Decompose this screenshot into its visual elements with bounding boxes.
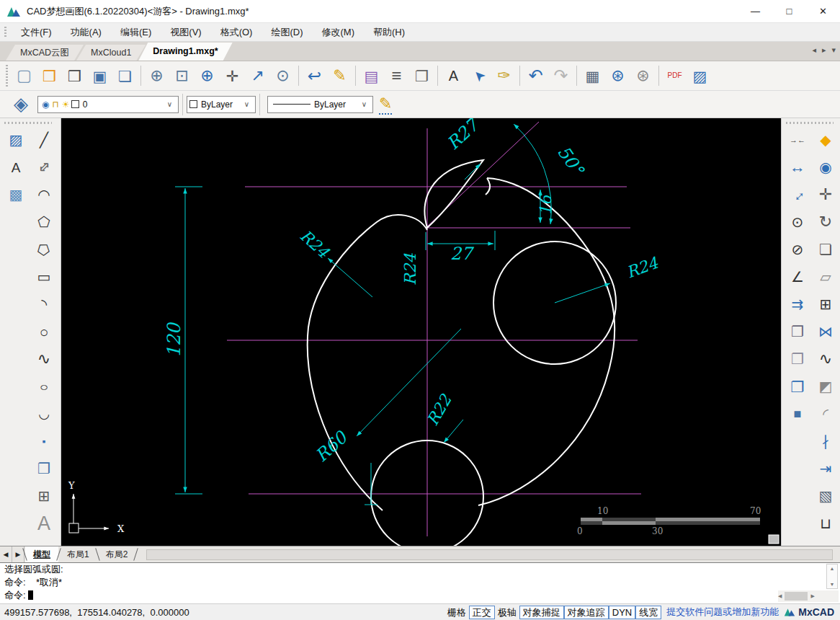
zoom-center-icon[interactable]: ⊙ xyxy=(270,63,295,89)
ucs-axes-icon[interactable]: ↗ xyxy=(245,63,270,89)
arc-3point-icon[interactable]: ◝ xyxy=(32,292,56,316)
scroll-down-icon[interactable]: ▼ xyxy=(830,582,835,587)
save-icon[interactable]: ▣ xyxy=(87,63,112,89)
minimize-button[interactable]: — xyxy=(738,0,772,23)
select-cursor-icon[interactable]: ➤ xyxy=(466,63,491,89)
dim-edit-icon[interactable]: →← xyxy=(785,128,810,152)
dimension-labels[interactable]: R27 50° 16 27 R24 R24 R24 120 R22 R60 xyxy=(164,118,661,466)
sheet-tab-layout2[interactable]: 布局2 xyxy=(98,546,136,562)
circle-icon[interactable]: ○ xyxy=(32,319,56,344)
export-image-icon[interactable]: ▨ xyxy=(687,63,712,89)
sheet-tab-model[interactable]: 模型 xyxy=(25,546,58,562)
menu-help[interactable]: 帮助(H) xyxy=(364,23,414,41)
redo-icon[interactable]: ↷ xyxy=(548,63,573,89)
menu-view[interactable]: 视图(V) xyxy=(161,23,210,41)
apple-outline-geometry[interactable] xyxy=(308,160,616,546)
drawing-viewport[interactable]: R27 50° 16 27 R24 R24 R24 120 R22 R60 Y … xyxy=(61,118,781,546)
dim-angular-icon[interactable]: ∠ xyxy=(785,265,810,289)
palette-icon[interactable]: ▤ xyxy=(359,63,384,89)
block-insert-icon[interactable]: ❐ xyxy=(32,456,56,481)
publish-web-icon[interactable]: ⊛ xyxy=(605,63,630,89)
toolbar-drag-handle[interactable] xyxy=(786,122,834,124)
polygon-inscribed-icon[interactable]: ⬠ xyxy=(32,237,56,262)
open-folder-icon[interactable]: ❒ xyxy=(62,63,87,89)
copy-with-base-icon[interactable]: ❐ xyxy=(785,347,810,371)
construction-line-icon[interactable]: ⇕ xyxy=(32,155,56,180)
linetype-list-icon[interactable]: ≡ xyxy=(384,63,409,89)
linetype-select[interactable]: ByLayer ∨ xyxy=(267,96,373,113)
region-icon[interactable]: ⊔ xyxy=(813,511,838,536)
command-window[interactable]: 选择圆弧或圆: 命令: *取消* 命令: xyxy=(0,562,840,603)
status-toggle[interactable]: 对象追踪 xyxy=(564,606,609,619)
status-toggle[interactable]: 极轴 xyxy=(495,606,519,619)
doc-tab-drawing1[interactable]: Drawing1.mxg* xyxy=(138,43,232,61)
new-file-icon[interactable]: ▢ xyxy=(12,63,37,89)
dim-linear-icon[interactable]: ↔ xyxy=(785,155,810,180)
ellipse-icon[interactable]: ○ xyxy=(32,374,56,399)
scroll-up-icon[interactable]: ▲ xyxy=(830,566,835,571)
copy-object-icon[interactable]: ◉ xyxy=(813,155,838,180)
spline-icon[interactable]: ∿ xyxy=(32,347,56,371)
tab-menu-icon[interactable]: ▾ xyxy=(831,45,836,55)
menubar-drag-handle[interactable] xyxy=(4,27,6,38)
rectangle-icon[interactable]: ▭ xyxy=(32,265,56,289)
status-toggle[interactable]: 对象捕捉 xyxy=(519,606,564,619)
command-prompt-line[interactable]: 命令: xyxy=(0,589,840,602)
paste-block-icon[interactable]: ■ xyxy=(785,402,810,426)
ellipse-arc-icon[interactable]: ◡ xyxy=(32,402,56,426)
match-properties-icon[interactable]: ✑ xyxy=(491,63,517,89)
scale-icon[interactable]: ❏ xyxy=(813,237,838,262)
tab-scroll-left-icon[interactable]: ◂ xyxy=(812,45,816,55)
polygon-icon[interactable]: ⬠ xyxy=(32,210,56,234)
undo-icon[interactable]: ↶ xyxy=(523,63,548,89)
arc-icon[interactable]: ◠ xyxy=(32,182,56,207)
erase-icon[interactable]: ◆ xyxy=(813,128,838,152)
canvas-resize-handle[interactable] xyxy=(769,535,779,544)
offset-icon[interactable]: ▱ xyxy=(813,265,838,289)
mirror-icon[interactable]: ⋈ xyxy=(813,319,838,344)
zoom-dynamic-icon[interactable]: ⊕ xyxy=(144,63,169,89)
scrollbar-thumb[interactable] xyxy=(785,592,808,601)
sheet-prev-icon[interactable]: ◀ xyxy=(0,546,12,562)
toolbar-drag-handle[interactable] xyxy=(4,122,52,124)
fillet-icon[interactable]: ◜ xyxy=(813,402,838,426)
drawing-canvas[interactable]: R27 50° 16 27 R24 R24 R24 120 R22 R60 Y … xyxy=(61,118,781,546)
chamfer-icon[interactable]: ◩ xyxy=(813,374,838,399)
command-hscrollbar[interactable]: ◀ ▶ xyxy=(778,590,839,602)
menu-edit[interactable]: 编辑(E) xyxy=(111,23,161,41)
dimension-lines[interactable] xyxy=(175,124,610,505)
status-toggle[interactable]: DYN xyxy=(609,606,635,619)
print-icon[interactable]: ▦ xyxy=(580,63,605,89)
paste-clip-icon[interactable]: ❐ xyxy=(785,374,810,399)
dim-continue-icon[interactable]: ⇉ xyxy=(785,292,810,316)
draw-order-pencil-icon[interactable]: ✎ xyxy=(379,94,392,115)
close-button[interactable]: ✕ xyxy=(806,0,840,23)
break-icon[interactable]: ∤ xyxy=(813,429,838,453)
toolbar-drag-handle[interactable] xyxy=(6,65,8,87)
menu-file[interactable]: 文件(F) xyxy=(12,23,61,41)
doc-tab-mxcloud1[interactable]: MxCloud1 xyxy=(76,45,146,61)
text-style-icon[interactable]: A xyxy=(441,63,466,89)
extend-icon[interactable]: ⇥ xyxy=(813,456,838,481)
box-3d-icon[interactable]: ▧ xyxy=(813,484,838,508)
zoom-extents-icon[interactable]: ⊕ xyxy=(195,63,220,89)
status-toggle[interactable]: 栅格 xyxy=(444,606,469,619)
array-icon[interactable]: ⊞ xyxy=(813,292,838,316)
zoom-previous-icon[interactable]: ↩ xyxy=(302,63,327,89)
status-toggle[interactable]: 正交 xyxy=(469,606,495,619)
maximize-button[interactable]: □ xyxy=(772,0,806,23)
line-icon[interactable]: ╱ xyxy=(32,128,56,152)
web-update-icon[interactable]: ⊛ xyxy=(630,63,656,89)
sketch-pencil-icon[interactable]: ✎ xyxy=(327,63,352,89)
tab-scroll-right-icon[interactable]: ▸ xyxy=(822,45,826,55)
layers-icon[interactable]: ◈ xyxy=(9,93,33,115)
command-vscrollbar[interactable]: ▲ ▼ xyxy=(826,564,838,589)
doc-tab-mxcad-cloud[interactable]: MxCAD云图 xyxy=(6,45,84,61)
scroll-right-icon[interactable]: ▶ xyxy=(810,593,814,599)
color-select[interactable]: ByLayer ∨ xyxy=(187,96,256,113)
dim-diameter-icon[interactable]: ⊘ xyxy=(785,237,810,262)
block-define-icon[interactable]: ⊞ xyxy=(32,484,56,508)
point-icon[interactable]: ▪ xyxy=(32,429,56,453)
clip-region-icon[interactable]: ❐ xyxy=(409,63,434,89)
save-all-icon[interactable]: ❏ xyxy=(112,63,138,89)
